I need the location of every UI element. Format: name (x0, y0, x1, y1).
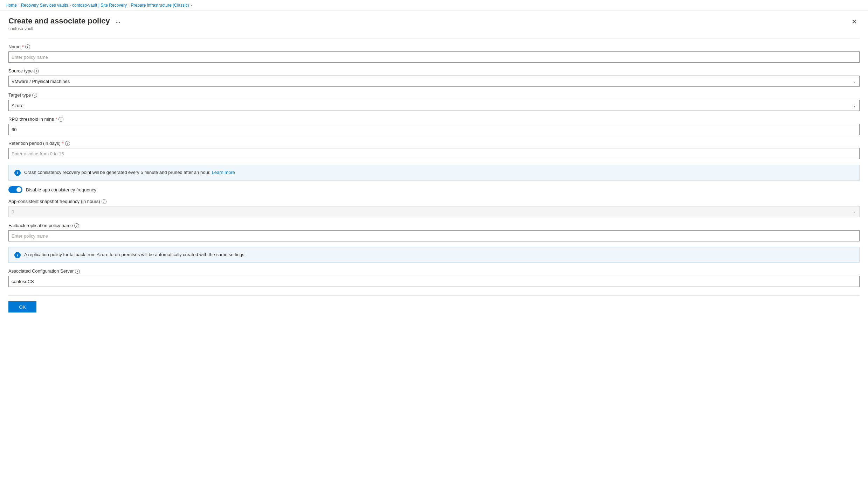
failback-label: Failback replication policy name i (8, 223, 860, 228)
target-type-label: Target type i (8, 92, 860, 98)
target-type-select-wrapper: Azure On-premises ⌄ (8, 100, 860, 111)
failback-info-icon[interactable]: i (74, 223, 79, 228)
name-info-icon[interactable]: i (25, 44, 30, 49)
app-snapshot-label: App-consistent snapshot frequency (in ho… (8, 199, 860, 204)
breadcrumb-contoso-vault[interactable]: contoso-vault | Site Recovery (72, 3, 127, 8)
failback-group: Failback replication policy name i (8, 223, 860, 241)
ok-button[interactable]: OK (8, 301, 36, 312)
rpo-info-icon[interactable]: i (58, 117, 63, 122)
source-type-select[interactable]: VMware / Physical machines Hyper-V (8, 76, 860, 87)
toggle-label-text: Disable app consistency frequency (26, 187, 96, 192)
crash-consistency-banner: i Crash consistency recovery point will … (8, 165, 860, 181)
breadcrumb-sep-1: › (18, 3, 20, 7)
app-snapshot-info-icon[interactable]: i (102, 199, 106, 204)
breadcrumb-sep-2: › (69, 3, 71, 7)
name-label: Name * i (8, 44, 860, 49)
app-snapshot-group: App-consistent snapshot frequency (in ho… (8, 199, 860, 217)
crash-banner-text: Crash consistency recovery point will be… (24, 169, 235, 176)
source-type-select-wrapper: VMware / Physical machines Hyper-V ⌄ (8, 76, 860, 87)
breadcrumb-recovery-vaults[interactable]: Recovery Services vaults (21, 3, 68, 8)
source-type-info-icon[interactable]: i (34, 69, 39, 73)
retention-input[interactable] (8, 148, 860, 159)
assoc-config-info-icon[interactable]: i (75, 269, 80, 274)
retention-required: * (62, 141, 64, 146)
rpo-required: * (55, 117, 57, 122)
assoc-config-group: Associated Configuration Server i (8, 268, 860, 287)
target-type-select[interactable]: Azure On-premises (8, 100, 860, 111)
app-snapshot-select-wrapper: 0 ⌄ (8, 206, 860, 217)
breadcrumb: Home › Recovery Services vaults › contos… (0, 0, 868, 11)
toggle-slider (8, 186, 22, 193)
target-type-group: Target type i Azure On-premises ⌄ (8, 92, 860, 111)
rpo-input[interactable] (8, 124, 860, 135)
name-required: * (22, 44, 24, 49)
failback-banner: i A replication policy for failback from… (8, 247, 860, 263)
page-header: Create and associate policy ... ✕ (8, 16, 860, 26)
close-button[interactable]: ✕ (849, 16, 860, 27)
crash-banner-icon: i (14, 170, 21, 176)
header-title-row: Create and associate policy ... (8, 16, 123, 26)
source-type-label: Source type i (8, 68, 860, 73)
target-type-info-icon[interactable]: i (32, 93, 37, 98)
name-group: Name * i (8, 44, 860, 63)
toggle-group: Disable app consistency frequency (8, 186, 860, 193)
main-container: Create and associate policy ... ✕ contos… (0, 11, 868, 318)
header-divider (8, 38, 860, 38)
name-input[interactable] (8, 51, 860, 63)
assoc-config-label: Associated Configuration Server i (8, 268, 860, 274)
failback-input[interactable] (8, 230, 860, 241)
breadcrumb-home[interactable]: Home (6, 3, 17, 8)
retention-info-icon[interactable]: i (65, 141, 70, 146)
rpo-group: RPO threshold in mins * i (8, 117, 860, 135)
app-consistency-toggle[interactable] (8, 186, 22, 193)
crash-banner-learn-more-link[interactable]: Learn more (212, 170, 235, 175)
failback-banner-text: A replication policy for failback from A… (24, 252, 246, 258)
page-title: Create and associate policy (8, 16, 110, 26)
source-type-group: Source type i VMware / Physical machines… (8, 68, 860, 87)
retention-group: Retention period (in days) * i (8, 141, 860, 159)
breadcrumb-prepare-infra[interactable]: Prepare infrastructure (Classic) (131, 3, 189, 8)
page-subtitle: contoso-vault (8, 26, 860, 31)
app-snapshot-select[interactable]: 0 (8, 206, 860, 217)
assoc-config-input[interactable] (8, 276, 860, 287)
footer-buttons: OK (8, 295, 860, 312)
form-section: Name * i Source type i VMware / Physical… (8, 44, 860, 312)
retention-label: Retention period (in days) * i (8, 141, 860, 146)
more-options-button[interactable]: ... (113, 17, 123, 25)
failback-banner-icon: i (14, 252, 21, 258)
breadcrumb-sep-4: › (191, 3, 192, 7)
breadcrumb-sep-3: › (128, 3, 130, 7)
toggle-row: Disable app consistency frequency (8, 186, 860, 193)
rpo-label: RPO threshold in mins * i (8, 117, 860, 122)
